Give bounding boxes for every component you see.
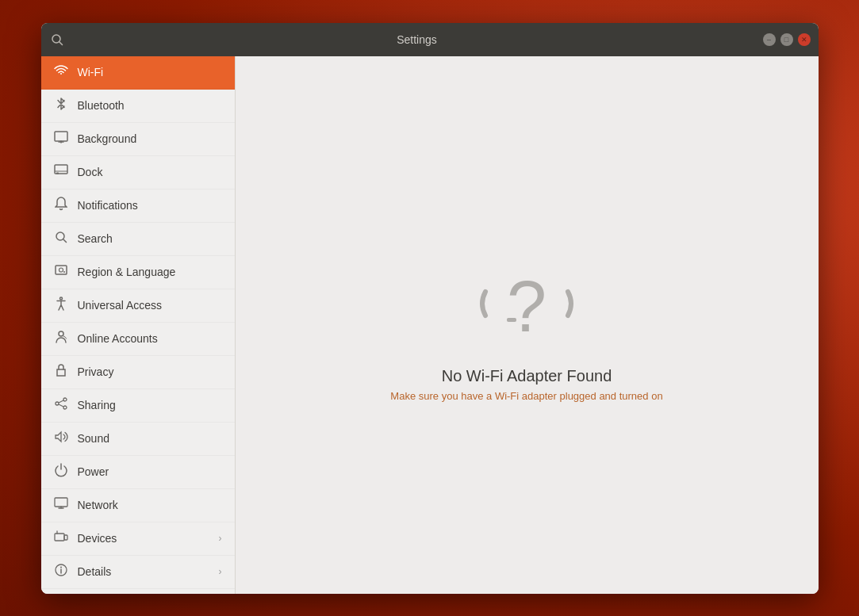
sidebar-item-notifications[interactable]: Notifications — [41, 189, 235, 223]
settings-window: Settings – □ ✕ Wi-Fi — [41, 23, 819, 594]
svg-rect-30 — [507, 318, 516, 322]
svg-rect-20 — [55, 498, 67, 507]
sidebar-item-universal-access[interactable]: Universal Access — [41, 289, 235, 323]
wifi-icon — [54, 63, 68, 81]
svg-line-9 — [63, 239, 67, 243]
sidebar-item-region[interactable]: Region & Language — [41, 256, 235, 289]
svg-rect-10 — [56, 266, 67, 274]
sidebar-item-search[interactable]: Search — [41, 223, 235, 256]
svg-point-28 — [60, 567, 62, 568]
svg-line-1 — [59, 42, 63, 45]
svg-text:?: ? — [507, 267, 546, 346]
sidebar-item-online-accounts-label: Online Accounts — [78, 332, 222, 345]
online-accounts-icon — [54, 330, 68, 347]
devices-icon — [54, 530, 68, 546]
window-title: Settings — [71, 33, 763, 46]
sidebar-item-network-label: Network — [78, 499, 222, 511]
content-area: Wi-Fi Bluetooth Backgr — [41, 56, 819, 594]
no-adapter-subtitle: Make sure you have a Wi-Fi adapter plugg… — [390, 390, 662, 402]
devices-arrow-icon: › — [219, 533, 222, 544]
svg-rect-23 — [55, 534, 64, 541]
bell-icon — [54, 197, 68, 214]
sidebar-item-power[interactable]: Power — [41, 456, 235, 489]
search-icon[interactable] — [49, 32, 65, 48]
sidebar-item-details[interactable]: Details › — [41, 556, 235, 589]
minimize-button[interactable]: – — [763, 33, 776, 46]
sidebar-item-notifications-label: Notifications — [78, 199, 222, 212]
sharing-icon — [54, 397, 68, 413]
sidebar-item-privacy[interactable]: Privacy — [41, 356, 235, 389]
sidebar-item-wifi[interactable]: Wi-Fi — [41, 56, 235, 90]
sidebar-item-online-accounts[interactable]: Online Accounts — [41, 323, 235, 356]
sidebar-item-network[interactable]: Network — [41, 489, 235, 522]
sidebar-item-sound[interactable]: Sound — [41, 423, 235, 456]
svg-point-16 — [63, 406, 67, 409]
titlebar: Settings – □ ✕ — [41, 23, 819, 56]
svg-point-13 — [59, 297, 62, 300]
sidebar-item-dock-label: Dock — [78, 166, 222, 178]
sidebar-item-devices[interactable]: Devices › — [41, 522, 235, 556]
svg-line-18 — [59, 400, 63, 403]
maximize-button[interactable]: □ — [780, 33, 793, 46]
no-adapter-title: No Wi-Fi Adapter Found — [442, 367, 612, 385]
sound-icon — [54, 430, 68, 446]
power-icon — [54, 463, 68, 480]
bluetooth-icon — [54, 97, 68, 114]
sidebar-item-details-label: Details — [78, 565, 209, 578]
svg-line-19 — [59, 404, 63, 407]
svg-point-15 — [63, 398, 67, 401]
sidebar-item-wifi-label: Wi-Fi — [78, 66, 222, 78]
sidebar-item-bluetooth-label: Bluetooth — [78, 99, 222, 112]
background-icon — [54, 131, 68, 147]
main-panel: ? No Wi-Fi Adapter Found Make sure you h… — [236, 56, 819, 594]
svg-rect-5 — [55, 165, 67, 174]
svg-rect-2 — [55, 132, 67, 141]
sidebar-item-sound-label: Sound — [78, 432, 222, 445]
sidebar-item-power-label: Power — [78, 465, 222, 478]
sidebar-item-dock[interactable]: Dock — [41, 156, 235, 189]
sidebar-item-universal-access-label: Universal Access — [78, 299, 222, 312]
dock-icon — [54, 164, 68, 180]
sidebar-item-bluetooth[interactable]: Bluetooth — [41, 90, 235, 123]
sidebar-item-privacy-label: Privacy — [78, 365, 222, 378]
search-sidebar-icon — [54, 231, 68, 247]
region-icon — [54, 264, 68, 280]
close-button[interactable]: ✕ — [798, 33, 811, 46]
details-arrow-icon: › — [219, 566, 222, 577]
svg-rect-24 — [64, 535, 67, 540]
svg-point-11 — [59, 268, 63, 272]
details-icon — [54, 563, 68, 580]
network-icon — [54, 497, 68, 513]
sidebar-item-search-label: Search — [78, 232, 222, 245]
wifi-status-icon: ? — [471, 248, 582, 351]
sidebar-item-region-label: Region & Language — [78, 266, 222, 278]
sidebar-item-sharing[interactable]: Sharing — [41, 389, 235, 423]
sidebar: Wi-Fi Bluetooth Backgr — [41, 56, 236, 594]
svg-rect-7 — [56, 173, 59, 174]
privacy-icon — [54, 363, 68, 381]
svg-point-12 — [63, 271, 65, 273]
sidebar-item-sharing-label: Sharing — [78, 399, 222, 411]
sidebar-item-background[interactable]: Background — [41, 123, 235, 156]
svg-point-17 — [56, 402, 59, 405]
accessibility-icon — [54, 297, 68, 314]
sidebar-item-background-label: Background — [78, 132, 222, 145]
window-controls: – □ ✕ — [763, 33, 811, 46]
sidebar-item-devices-label: Devices — [78, 532, 209, 545]
svg-point-14 — [59, 331, 63, 336]
